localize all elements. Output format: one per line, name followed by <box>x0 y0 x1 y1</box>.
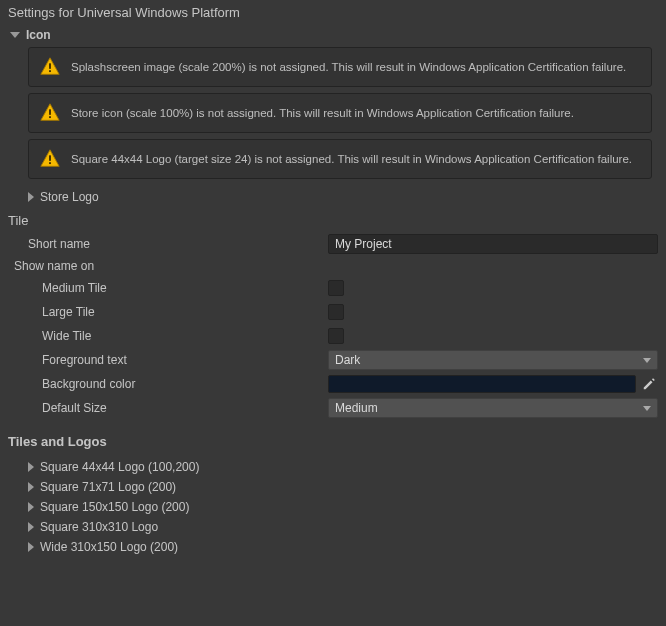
chevron-right-icon[interactable] <box>28 192 34 202</box>
medium-tile-label: Medium Tile <box>42 281 328 295</box>
background-color-label: Background color <box>42 377 328 391</box>
warning-icon <box>39 56 61 78</box>
wide-tile-label: Wide Tile <box>42 329 328 343</box>
short-name-row: Short name <box>0 232 666 256</box>
foreground-text-value: Dark <box>335 353 360 367</box>
logo-item-label: Square 150x150 Logo (200) <box>40 500 189 514</box>
store-logo-row[interactable]: Store Logo <box>0 187 666 207</box>
chevron-down-icon <box>643 358 651 363</box>
warning-icon <box>39 148 61 170</box>
show-name-on-label: Show name on <box>0 256 666 276</box>
short-name-label: Short name <box>28 237 328 251</box>
svg-rect-3 <box>49 116 51 118</box>
store-logo-label: Store Logo <box>40 190 99 204</box>
foreground-text-label: Foreground text <box>42 353 328 367</box>
svg-rect-5 <box>49 162 51 164</box>
medium-tile-row: Medium Tile <box>0 276 666 300</box>
short-name-input[interactable] <box>328 234 658 254</box>
chevron-down-icon <box>643 406 651 411</box>
large-tile-checkbox[interactable] <box>328 304 344 320</box>
foreground-text-dropdown[interactable]: Dark <box>328 350 658 370</box>
chevron-down-icon[interactable] <box>10 32 20 38</box>
color-picker-icon[interactable] <box>640 375 658 393</box>
warning-text: Square 44x44 Logo (target size 24) is no… <box>71 151 641 167</box>
foreground-text-row: Foreground text Dark <box>0 348 666 372</box>
default-size-row: Default Size Medium <box>0 396 666 420</box>
icon-section-label: Icon <box>26 28 51 42</box>
logo-item-row[interactable]: Wide 310x150 Logo (200) <box>0 537 666 557</box>
svg-rect-2 <box>49 109 51 115</box>
chevron-right-icon[interactable] <box>28 462 34 472</box>
warning-text: Splashscreen image (scale 200%) is not a… <box>71 59 641 75</box>
logo-item-row[interactable]: Square 150x150 Logo (200) <box>0 497 666 517</box>
chevron-right-icon[interactable] <box>28 522 34 532</box>
default-size-label: Default Size <box>42 401 328 415</box>
large-tile-label: Large Tile <box>42 305 328 319</box>
svg-rect-1 <box>49 70 51 72</box>
logo-item-row[interactable]: Square 71x71 Logo (200) <box>0 477 666 497</box>
default-size-dropdown[interactable]: Medium <box>328 398 658 418</box>
default-size-value: Medium <box>335 401 378 415</box>
tile-section-header: Tile <box>0 207 666 232</box>
logo-item-label: Square 44x44 Logo (100,200) <box>40 460 199 474</box>
warning-icon <box>39 102 61 124</box>
chevron-right-icon[interactable] <box>28 542 34 552</box>
chevron-right-icon[interactable] <box>28 482 34 492</box>
logo-item-label: Square 71x71 Logo (200) <box>40 480 176 494</box>
medium-tile-checkbox[interactable] <box>328 280 344 296</box>
warning-row: Square 44x44 Logo (target size 24) is no… <box>28 139 652 179</box>
logo-item-label: Square 310x310 Logo <box>40 520 158 534</box>
svg-rect-0 <box>49 63 51 69</box>
warning-text: Store icon (scale 100%) is not assigned.… <box>71 105 641 121</box>
svg-rect-4 <box>49 155 51 161</box>
chevron-right-icon[interactable] <box>28 502 34 512</box>
background-color-row: Background color <box>0 372 666 396</box>
page-title: Settings for Universal Windows Platform <box>0 0 666 25</box>
logo-item-row[interactable]: Square 44x44 Logo (100,200) <box>0 457 666 477</box>
logo-item-label: Wide 310x150 Logo (200) <box>40 540 178 554</box>
wide-tile-row: Wide Tile <box>0 324 666 348</box>
wide-tile-checkbox[interactable] <box>328 328 344 344</box>
warning-row: Splashscreen image (scale 200%) is not a… <box>28 47 652 87</box>
tiles-logos-section-header: Tiles and Logos <box>0 428 666 453</box>
warning-row: Store icon (scale 100%) is not assigned.… <box>28 93 652 133</box>
icon-section-header[interactable]: Icon <box>0 25 666 45</box>
logo-item-row[interactable]: Square 310x310 Logo <box>0 517 666 537</box>
background-color-swatch[interactable] <box>328 375 636 393</box>
large-tile-row: Large Tile <box>0 300 666 324</box>
